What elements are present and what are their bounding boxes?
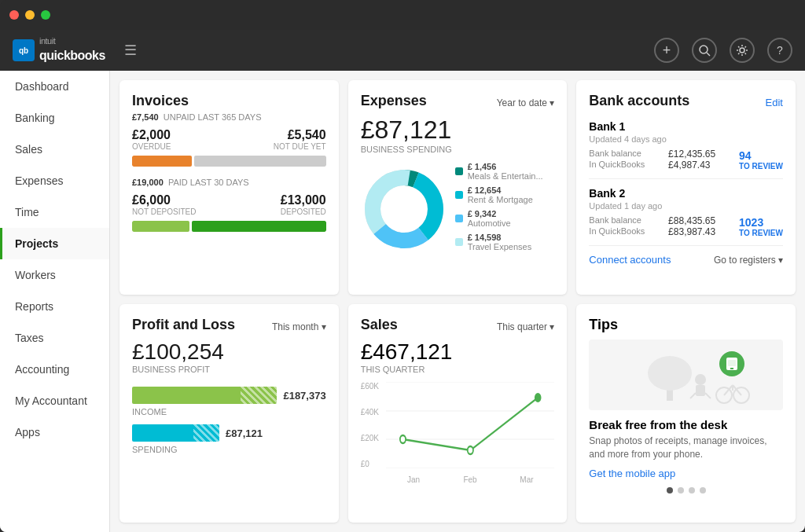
pl-income-row: £187,373 INCOME <box>132 387 326 416</box>
app-body: qb intuit quickbooks ☰ + <box>0 30 805 532</box>
sidebar-item-taxes[interactable]: Taxes <box>0 322 109 354</box>
connect-accounts-link[interactable]: Connect accounts <box>589 254 671 266</box>
tips-card: Tips <box>576 304 796 523</box>
sidebar-item-workers[interactable]: Workers <box>0 259 109 291</box>
invoices-deposited-row: £6,000 NOT DEPOSITED £13,000 DEPOSITED <box>132 193 326 216</box>
tips-dot-4[interactable] <box>700 487 706 493</box>
invoices-bar-unpaid <box>132 156 326 167</box>
svg-point-10 <box>382 187 426 231</box>
pl-subtitle: BUSINESS PROFIT <box>132 365 326 374</box>
sales-card: Sales This quarter ▾ £467,121 THIS QUART… <box>348 304 568 523</box>
bar-not-deposited <box>132 221 189 232</box>
tips-dot-3[interactable] <box>689 487 695 493</box>
bar-not-due <box>194 156 326 167</box>
sidebar-item-projects[interactable]: Projects <box>0 228 109 259</box>
pl-income-bar <box>132 387 277 404</box>
sidebar-item-my-accountant[interactable]: My Accountant <box>0 385 109 416</box>
pl-period-dropdown[interactable]: This month ▾ <box>272 321 326 332</box>
header: qb intuit quickbooks ☰ + <box>0 30 805 71</box>
bank-2-section: Bank 2 Updated 1 day ago Bank balance In… <box>589 187 783 246</box>
sidebar-item-time[interactable]: Time <box>0 196 109 228</box>
bank-2-updated: Updated 1 day ago <box>589 201 783 211</box>
add-button[interactable]: + <box>654 38 679 63</box>
invoices-deposited-label: DEPOSITED <box>281 207 326 216</box>
svg-point-19 <box>648 356 692 391</box>
svg-point-16 <box>467 446 472 454</box>
invoices-not-due-label: NOT DUE YET <box>274 142 326 151</box>
svg-line-23 <box>705 393 711 398</box>
pl-spending-row: £87,121 SPENDING <box>132 424 326 454</box>
chart-plot <box>386 382 555 468</box>
sidebar-item-expenses[interactable]: Expenses <box>0 165 109 196</box>
invoices-bar-paid <box>132 221 326 232</box>
tips-mobile-link[interactable]: Get the mobile app <box>589 468 783 479</box>
sidebar-item-accounting[interactable]: Accounting <box>0 354 109 385</box>
close-button[interactable] <box>9 10 19 20</box>
expenses-period-dropdown[interactable]: Year to date ▾ <box>497 97 555 108</box>
app-window: qb intuit quickbooks ☰ + <box>0 0 805 532</box>
pl-title: Profit and Loss <box>132 317 235 333</box>
svg-point-4 <box>740 48 744 53</box>
sidebar-item-reports[interactable]: Reports <box>0 291 109 322</box>
svg-point-20 <box>695 374 706 385</box>
tips-pagination <box>589 487 783 493</box>
sidebar-item-banking[interactable]: Banking <box>0 102 109 134</box>
expenses-header: Expenses Year to date ▾ <box>361 93 555 112</box>
bank-2-review-label: TO REVIEW <box>739 229 783 237</box>
logo: qb intuit quickbooks <box>13 37 105 64</box>
bank-accounts-title: Bank accounts <box>589 93 689 109</box>
bar-overdue <box>132 156 192 167</box>
tips-text: Snap photos of receipts, manage invoices… <box>589 435 783 461</box>
svg-text:qb: qb <box>19 46 28 55</box>
invoices-overdue-row: £2,000 OVERDUE £5,540 NOT DUE YET <box>132 128 326 151</box>
sales-title: Sales <box>361 317 398 333</box>
svg-line-3 <box>707 53 710 56</box>
menu-button[interactable]: ☰ <box>124 42 137 59</box>
expense-item-meals: £ 1,456 Meals & Entertain... <box>455 162 555 181</box>
bank-1-balance-row: Bank balance In QuickBooks £12,435.65 £4… <box>589 149 783 171</box>
bank-1-review-label: TO REVIEW <box>739 162 783 171</box>
bank-1-balance: £12,435.65 <box>668 149 715 160</box>
bank-2-balance: £88,435.65 <box>668 215 715 226</box>
sidebar-item-dashboard[interactable]: Dashboard <box>0 71 109 102</box>
bank-edit-link[interactable]: Edit <box>766 97 783 108</box>
tips-heading: Break free from the desk <box>589 418 783 431</box>
bank-1-review-count[interactable]: 94 <box>739 149 783 162</box>
minimize-button[interactable] <box>25 10 35 20</box>
sales-amount: £467,121 <box>361 339 555 365</box>
help-button[interactable]: ? <box>767 38 792 63</box>
pl-amount: £100,254 <box>132 339 326 365</box>
sales-period-dropdown[interactable]: This quarter ▾ <box>497 321 554 332</box>
search-button[interactable] <box>692 38 717 63</box>
bank-2-review-count[interactable]: 1023 <box>739 216 783 229</box>
settings-button[interactable] <box>730 38 755 63</box>
bank-footer: Connect accounts Go to registers ▾ <box>589 254 783 266</box>
invoices-not-due-amount: £5,540 <box>274 128 326 142</box>
invoices-not-deposited-amount: £6,000 <box>132 193 197 207</box>
bank-1-updated: Updated 4 days ago <box>589 134 783 144</box>
sidebar-item-apps[interactable]: Apps <box>0 416 109 448</box>
profit-loss-card: Profit and Loss This month ▾ £100,254 BU… <box>119 304 339 523</box>
logo-icon: qb <box>13 39 35 61</box>
svg-point-17 <box>535 394 540 402</box>
expenses-card: Expenses Year to date ▾ £87,121 BUSINESS… <box>348 80 568 295</box>
go-registers-link[interactable]: Go to registers ▾ <box>714 255 783 266</box>
expenses-donut-chart <box>361 166 447 252</box>
invoices-unpaid-label: £7,540 UNPAID LAST 365 DAYS <box>132 112 326 122</box>
tips-dot-1[interactable] <box>667 487 673 493</box>
sidebar-item-sales[interactable]: Sales <box>0 134 109 165</box>
svg-point-15 <box>400 435 406 443</box>
bank-2-balance-row: Bank balance In QuickBooks £88,435.65 £8… <box>589 215 783 237</box>
expense-dot-rent <box>455 191 463 199</box>
svg-point-2 <box>700 46 708 53</box>
bank-1-section: Bank 1 Updated 4 days ago Bank balance I… <box>589 120 783 179</box>
maximize-button[interactable] <box>41 10 50 20</box>
bank-2-name: Bank 2 <box>589 187 783 200</box>
svg-rect-32 <box>730 368 733 369</box>
pl-income-label: INCOME <box>132 407 326 416</box>
sales-subtitle: THIS QUARTER <box>361 365 555 374</box>
tips-dot-2[interactable] <box>678 487 684 493</box>
expenses-total-amount: £87,121 <box>361 116 555 145</box>
sales-header: Sales This quarter ▾ <box>361 317 555 336</box>
bank-2-qb-balance: £83,987.43 <box>668 226 715 237</box>
